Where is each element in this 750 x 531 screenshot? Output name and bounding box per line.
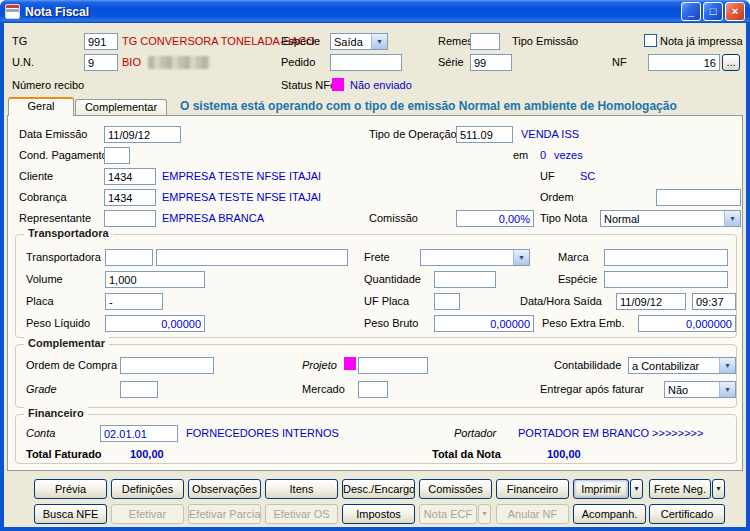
especie-transp-label: Espécie [558, 273, 597, 285]
ordem-compra-label: Ordem de Compra [26, 359, 117, 371]
conta-field[interactable]: 02.01.01 [100, 425, 178, 442]
contabilidade-value: a Contabilizar [632, 360, 699, 372]
tipo-nota-value: Normal [604, 213, 639, 225]
previa-button[interactable]: Prévia [34, 479, 107, 499]
ordem-field[interactable] [656, 189, 741, 206]
representante-description: EMPRESA BRANCA [162, 212, 264, 224]
peso-liquido-field[interactable]: 0,00000 [105, 315, 205, 332]
chevron-down-icon[interactable]: ▼ [719, 382, 735, 397]
projeto-field[interactable] [358, 357, 428, 374]
acompanh-button[interactable]: Acompanh. [573, 504, 646, 524]
volume-field[interactable]: 1,000 [105, 271, 205, 288]
peso-extra-field[interactable]: 0,000000 [638, 315, 736, 332]
app-icon [5, 4, 20, 19]
mercado-field[interactable] [358, 381, 388, 398]
peso-liquido-label: Peso Líquido [26, 317, 90, 329]
tab-complementar[interactable]: Complementar [75, 99, 167, 115]
efetivar-parcial-button: Efetivar Parcial [188, 504, 261, 524]
conta-description: FORNECEDORES INTERNOS [186, 427, 339, 439]
portador-description: PORTADOR EM BRANCO >>>>>>>> [518, 427, 703, 439]
tipo-nota-label: Tipo Nota [540, 212, 587, 224]
comissoes-button[interactable]: Comissões [419, 479, 492, 499]
close-icon[interactable]: × [725, 2, 745, 21]
transportadora-group: Transportadora Transportadora Frete ▼ Ma… [15, 234, 737, 338]
cliente-label: Cliente [19, 170, 53, 182]
busca-nfe-button[interactable]: Busca NFE [34, 504, 107, 524]
frete-neg-button[interactable]: Frete Neg. [649, 479, 711, 499]
tipo-operacao-field[interactable]: 511.09 [456, 126, 513, 143]
observacoes-button[interactable]: Observações [188, 479, 261, 499]
marca-field[interactable] [604, 249, 728, 266]
remessa-field[interactable] [470, 33, 500, 50]
chevron-down-icon[interactable]: ▼ [719, 358, 735, 373]
mercado-label: Mercado [302, 383, 345, 395]
cliente-field[interactable]: 1434 [104, 168, 156, 185]
comissao-field[interactable]: 0,00% [456, 210, 534, 227]
contabilidade-select[interactable]: a Contabilizar ▼ [628, 357, 736, 374]
ordem-compra-field[interactable] [120, 357, 214, 374]
frete-neg-dropdown-button[interactable]: ▼ [712, 479, 725, 499]
transportadora-code-field[interactable] [105, 249, 153, 266]
titlebar[interactable]: Nota Fiscal _ □ × [0, 0, 750, 23]
transportadora-label: Transportadora [26, 251, 101, 263]
desc-encargos-button[interactable]: Desc./Encargos [342, 479, 415, 499]
representante-field[interactable] [104, 210, 156, 227]
imprimir-dropdown-button[interactable]: ▼ [630, 479, 643, 499]
grade-field[interactable] [120, 381, 158, 398]
portador-label: Portador [454, 427, 496, 439]
especie-select[interactable]: Saída ▼ [330, 33, 388, 50]
cobranca-field[interactable]: 1434 [104, 189, 156, 206]
chevron-down-icon[interactable]: ▼ [724, 211, 740, 226]
financeiro-button[interactable]: Financeiro [496, 479, 569, 499]
nf-browse-button[interactable]: ... [722, 54, 740, 71]
projeto-color-box [344, 357, 356, 370]
hora-saida-field[interactable]: 09:37 [692, 293, 736, 310]
representante-label: Representante [19, 212, 91, 224]
pedido-field[interactable] [330, 54, 402, 71]
tg-field[interactable]: 991 [84, 33, 118, 50]
minimize-icon[interactable]: _ [681, 2, 701, 21]
window-title: Nota Fiscal [25, 5, 679, 19]
definicoes-button[interactable]: Definições [111, 479, 184, 499]
itens-button[interactable]: Itens [265, 479, 338, 499]
data-emissao-field[interactable]: 11/09/12 [104, 126, 181, 143]
em-label: em [513, 149, 528, 161]
uf-placa-field[interactable] [434, 293, 460, 310]
pedido-label: Pedido [281, 56, 315, 68]
cond-pagamento-field[interactable] [104, 147, 130, 164]
vezes-label: vezes [554, 149, 583, 161]
imprimir-button[interactable]: Imprimir [573, 479, 629, 499]
chevron-down-icon[interactable]: ▼ [513, 250, 529, 265]
impostos-button[interactable]: Impostos [342, 504, 415, 524]
un-field[interactable]: 9 [84, 54, 118, 71]
certificado-button[interactable]: Certificado [649, 504, 725, 524]
peso-bruto-field[interactable]: 0,00000 [434, 315, 534, 332]
entregar-apos-faturar-label: Entregar após faturar [540, 383, 644, 395]
tipo-nota-select[interactable]: Normal ▼ [600, 210, 741, 227]
status-nfe-value: Não enviado [350, 79, 412, 91]
tab-geral[interactable]: Geral [8, 97, 74, 116]
frete-select[interactable]: ▼ [420, 249, 530, 266]
transportadora-name-field[interactable] [156, 249, 348, 266]
quantidade-field[interactable] [434, 271, 496, 288]
data-saida-field[interactable]: 11/09/12 [616, 293, 686, 310]
chevron-down-icon[interactable]: ▼ [371, 34, 387, 49]
nota-ja-impressa-checkbox[interactable] [644, 34, 657, 47]
peso-bruto-label: Peso Bruto [364, 317, 418, 329]
cobranca-description: EMPRESA TESTE NFSE ITAJAI [162, 191, 321, 203]
especie-transp-field[interactable] [604, 271, 728, 288]
serie-field[interactable]: 99 [470, 54, 512, 71]
grade-label: Grade [26, 383, 57, 395]
nf-field[interactable]: 16 [648, 54, 720, 71]
numero-recibo-label: Número recibo [12, 79, 84, 91]
serie-label: Série [438, 56, 464, 68]
placa-field[interactable]: - [105, 293, 163, 310]
maximize-icon[interactable]: □ [703, 2, 723, 21]
volume-label: Volume [26, 273, 63, 285]
marca-label: Marca [558, 251, 589, 263]
entregar-apos-faturar-select[interactable]: Não ▼ [664, 381, 736, 398]
data-hora-saida-label: Data/Hora Saída [520, 295, 602, 307]
contabilidade-label: Contabilidade [554, 359, 621, 371]
data-emissao-label: Data Emissão [19, 128, 87, 140]
financeiro-group: Financeiro Conta 02.01.01 FORNECEDORES I… [15, 414, 737, 464]
